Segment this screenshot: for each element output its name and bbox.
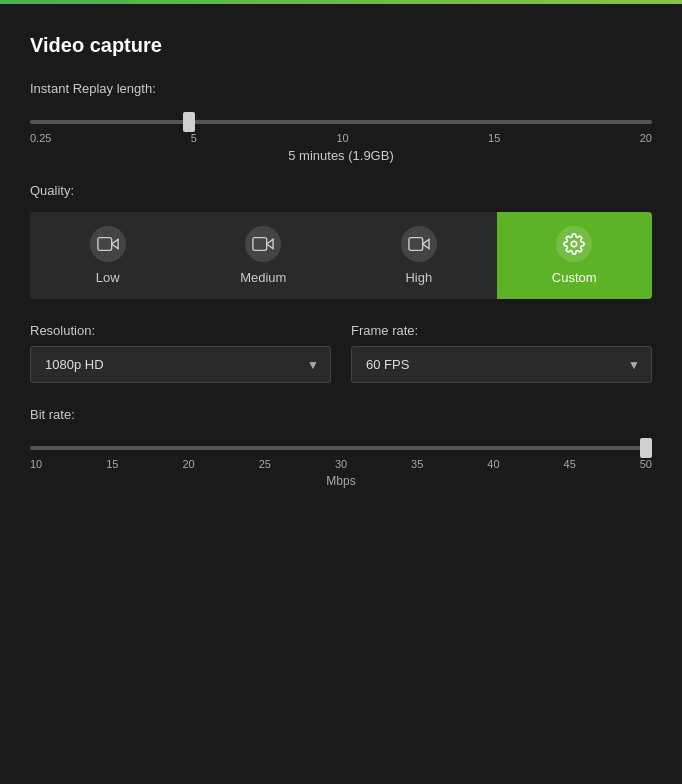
quality-btn-low[interactable]: Low: [30, 212, 186, 299]
framerate-group: Frame rate: 30 FPS 60 FPS ▼: [351, 323, 652, 383]
resolution-label: Resolution:: [30, 323, 331, 338]
resolution-select[interactable]: 720p 1080p HD 1440p 4K: [30, 346, 331, 383]
bitrate-unit: Mbps: [30, 474, 652, 488]
replay-slider-wrapper: 0.25 5 10 15 20: [30, 110, 652, 144]
medium-icon: [245, 226, 281, 262]
tick-30: 30: [335, 458, 347, 470]
instant-replay-slider[interactable]: [30, 120, 652, 124]
resolution-dropdown-wrapper: 720p 1080p HD 1440p 4K ▼: [30, 346, 331, 383]
dropdowns-row: Resolution: 720p 1080p HD 1440p 4K ▼ Fra…: [30, 323, 652, 383]
tick-0.25: 0.25: [30, 132, 51, 144]
tick-40: 40: [487, 458, 499, 470]
tick-20: 20: [182, 458, 194, 470]
framerate-select[interactable]: 30 FPS 60 FPS: [351, 346, 652, 383]
replay-ticks: 0.25 5 10 15 20: [30, 132, 652, 144]
tick-20: 20: [640, 132, 652, 144]
low-btn-label: Low: [96, 270, 120, 285]
resolution-group: Resolution: 720p 1080p HD 1440p 4K ▼: [30, 323, 331, 383]
bitrate-slider-wrapper: 10 15 20 25 30 35 40 45 50: [30, 436, 652, 470]
high-icon: [401, 226, 437, 262]
svg-rect-0: [98, 238, 112, 251]
page-title: Video capture: [30, 34, 652, 57]
bitrate-ticks: 10 15 20 25 30 35 40 45 50: [30, 458, 652, 470]
tick-5: 5: [191, 132, 197, 144]
quality-btn-custom[interactable]: Custom: [497, 212, 653, 299]
bitrate-slider[interactable]: [30, 446, 652, 450]
tick-15: 15: [488, 132, 500, 144]
quality-section: Quality: Low: [30, 183, 652, 299]
custom-btn-label: Custom: [552, 270, 597, 285]
quality-btn-medium[interactable]: Medium: [186, 212, 342, 299]
tick-10: 10: [30, 458, 42, 470]
tick-15: 15: [106, 458, 118, 470]
quality-label: Quality:: [30, 183, 652, 198]
main-container: Video capture Instant Replay length: 0.2…: [0, 4, 682, 538]
tick-50: 50: [640, 458, 652, 470]
replay-value-label: 5 minutes (1.9GB): [30, 148, 652, 163]
instant-replay-section: Instant Replay length: 0.25 5 10 15 20 5…: [30, 81, 652, 163]
high-btn-label: High: [405, 270, 432, 285]
custom-icon: [556, 226, 592, 262]
bitrate-label: Bit rate:: [30, 407, 652, 422]
quality-btn-high[interactable]: High: [341, 212, 497, 299]
tick-45: 45: [564, 458, 576, 470]
svg-rect-2: [409, 238, 423, 251]
svg-rect-1: [253, 238, 267, 251]
quality-buttons-group: Low Medium: [30, 212, 652, 299]
framerate-dropdown-wrapper: 30 FPS 60 FPS ▼: [351, 346, 652, 383]
medium-btn-label: Medium: [240, 270, 286, 285]
instant-replay-label: Instant Replay length:: [30, 81, 652, 96]
tick-35: 35: [411, 458, 423, 470]
bitrate-section: Bit rate: 10 15 20 25 30 35 40 45 50 Mbp…: [30, 407, 652, 488]
tick-25: 25: [259, 458, 271, 470]
tick-10: 10: [336, 132, 348, 144]
framerate-label: Frame rate:: [351, 323, 652, 338]
low-icon: [90, 226, 126, 262]
svg-point-3: [572, 241, 578, 247]
